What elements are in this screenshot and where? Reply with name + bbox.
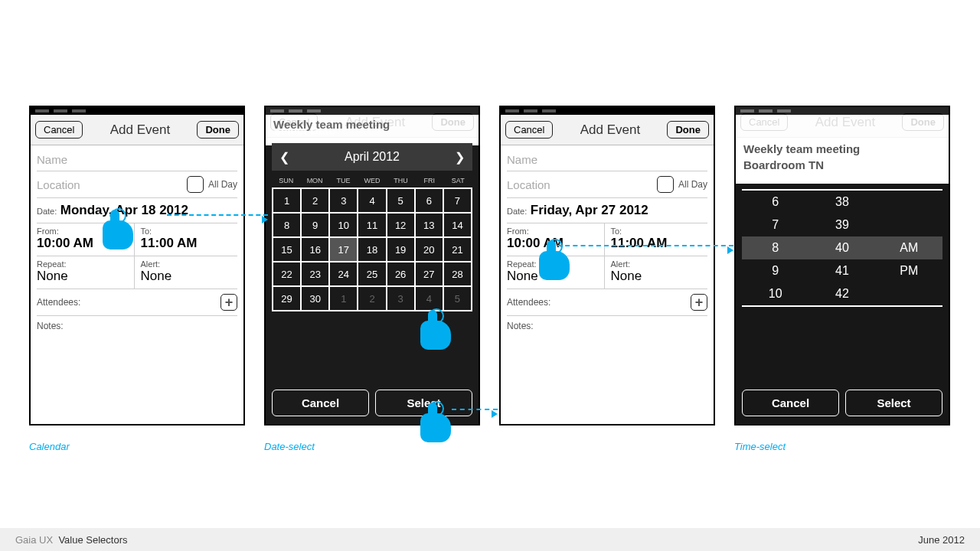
cancel-button[interactable]: Cancel bbox=[35, 121, 83, 139]
picker-row[interactable]: 638 bbox=[742, 191, 942, 214]
picker-row[interactable]: 941PM bbox=[742, 259, 942, 282]
calendar-day[interactable]: 4 bbox=[416, 287, 444, 311]
calendar-day[interactable]: 20 bbox=[416, 238, 444, 262]
caption-date-select: Date-select bbox=[264, 441, 315, 452]
location-input[interactable]: Location bbox=[37, 178, 80, 191]
overlay-cancel-button[interactable]: Cancel bbox=[742, 390, 839, 416]
to-value[interactable]: 11:00 AM bbox=[141, 236, 238, 251]
calendar-day[interactable]: 27 bbox=[416, 262, 444, 287]
calendar-day[interactable]: 10 bbox=[330, 214, 358, 238]
caption-calendar: Calendar bbox=[29, 441, 70, 452]
calendar-day[interactable]: 15 bbox=[273, 238, 302, 262]
prev-month-button[interactable]: ❮ bbox=[279, 150, 289, 165]
calendar-day[interactable]: 21 bbox=[444, 238, 472, 262]
name-input[interactable]: Name bbox=[37, 148, 237, 171]
name-input[interactable]: Name bbox=[507, 148, 707, 171]
calendar-day[interactable]: 19 bbox=[387, 238, 416, 262]
calendar-day[interactable]: 11 bbox=[358, 214, 387, 238]
alert-label: Alert: bbox=[141, 259, 238, 269]
dim-header: Cancel Add Event Done bbox=[736, 107, 949, 138]
calendar-day[interactable]: 23 bbox=[302, 262, 330, 287]
underlay-name: Weekly team meeting bbox=[266, 113, 397, 134]
calendar-day[interactable]: 5 bbox=[444, 287, 472, 311]
calendar-day[interactable]: 12 bbox=[387, 214, 416, 238]
add-attendee-button[interactable]: + bbox=[220, 294, 237, 311]
calendar-day[interactable]: 17 bbox=[330, 238, 358, 262]
calendar-day[interactable]: 4 bbox=[358, 189, 387, 214]
calendar-day[interactable]: 2 bbox=[358, 287, 387, 311]
repeat-value[interactable]: None bbox=[37, 269, 134, 284]
to-label: To: bbox=[141, 227, 238, 236]
allday-label: All Day bbox=[208, 179, 237, 190]
calendar-day[interactable]: 2 bbox=[302, 189, 330, 214]
dow-label: FRI bbox=[415, 174, 443, 187]
calendar-day[interactable]: 28 bbox=[444, 262, 472, 287]
alert-value[interactable]: None bbox=[611, 269, 708, 284]
calendar-day[interactable]: 16 bbox=[302, 238, 330, 262]
dow-label: SAT bbox=[444, 174, 472, 187]
attendees-label: Attendees: bbox=[37, 297, 80, 308]
from-value[interactable]: 10:00 AM bbox=[37, 236, 134, 251]
next-month-button[interactable]: ❯ bbox=[455, 150, 465, 165]
connector-time bbox=[557, 245, 733, 254]
month-label: April 2012 bbox=[345, 150, 400, 164]
picker-row[interactable]: 1042 bbox=[742, 282, 942, 305]
hour-value: 10 bbox=[742, 282, 808, 305]
date-label: Date: bbox=[37, 207, 57, 216]
attendees-label: Attendees: bbox=[507, 297, 550, 308]
footer-section: Value Selectors bbox=[58, 534, 127, 546]
calendar-day[interactable]: 22 bbox=[273, 262, 302, 287]
calendar-day[interactable]: 1 bbox=[330, 287, 358, 311]
phone-calendar-2: Cancel Add Event Done Name Location All … bbox=[499, 106, 715, 425]
picker-row[interactable]: 840AM bbox=[742, 236, 942, 259]
calendar-day[interactable]: 1 bbox=[273, 189, 302, 214]
calendar-day[interactable]: 7 bbox=[444, 189, 472, 214]
month-bar: ❮ April 2012 ❯ bbox=[272, 143, 472, 171]
calendar-day[interactable]: 25 bbox=[358, 262, 387, 287]
allday-label: All Day bbox=[678, 179, 707, 190]
calendar-day[interactable]: 6 bbox=[416, 189, 444, 214]
done-button[interactable]: Done bbox=[197, 121, 239, 139]
time-picker[interactable]: 638739840AM941PM1042 bbox=[742, 189, 942, 307]
calendar-day[interactable]: 9 bbox=[302, 214, 330, 238]
allday-checkbox[interactable] bbox=[657, 176, 674, 193]
overlay-cancel-button[interactable]: Cancel bbox=[272, 390, 369, 416]
dow-label: SUN bbox=[272, 174, 300, 187]
slide-footer: Gaia UX Value Selectors June 2012 bbox=[0, 528, 980, 551]
repeat-value[interactable]: None bbox=[507, 269, 604, 284]
footer-date: June 2012 bbox=[918, 534, 965, 546]
location-input[interactable]: Location bbox=[507, 178, 550, 191]
picker-row[interactable]: 739 bbox=[742, 214, 942, 236]
calendar-day[interactable]: 29 bbox=[273, 287, 302, 311]
allday-checkbox[interactable] bbox=[187, 176, 204, 193]
calendar-day[interactable]: 18 bbox=[358, 238, 387, 262]
underlay-name: Weekly team meeting bbox=[736, 138, 949, 158]
status-bar bbox=[501, 107, 714, 115]
done-button[interactable]: Done bbox=[667, 121, 709, 139]
location-row: Location All Day bbox=[37, 171, 237, 198]
add-attendee-button[interactable]: + bbox=[691, 294, 707, 311]
dow-label: WED bbox=[358, 174, 386, 187]
cancel-button[interactable]: Cancel bbox=[505, 121, 553, 139]
calendar-day[interactable]: 26 bbox=[387, 262, 416, 287]
screen-header: Cancel Add Event Done bbox=[31, 115, 243, 145]
calendar-day[interactable]: 5 bbox=[387, 189, 416, 214]
dow-label: MON bbox=[300, 174, 328, 187]
calendar-day[interactable]: 13 bbox=[416, 214, 444, 238]
calendar-day[interactable]: 3 bbox=[330, 189, 358, 214]
calendar-day[interactable]: 14 bbox=[444, 214, 472, 238]
phone-date-select: Cancel Add Event Done Weekly team meetin… bbox=[264, 106, 480, 425]
calendar-day[interactable]: 24 bbox=[330, 262, 358, 287]
alert-value[interactable]: None bbox=[141, 269, 238, 284]
overlay-select-button[interactable]: Select bbox=[845, 390, 942, 416]
screen-header: Cancel Add Event Done bbox=[501, 115, 714, 145]
date-value[interactable]: Friday, Apr 27 2012 bbox=[531, 203, 648, 217]
from-label: From: bbox=[507, 227, 604, 236]
calendar-day[interactable]: 3 bbox=[387, 287, 416, 311]
hour-value: 8 bbox=[742, 236, 808, 259]
calendar-day[interactable]: 8 bbox=[273, 214, 302, 238]
hour-value: 7 bbox=[742, 214, 808, 236]
phone-time-select: Cancel Add Event Done Weekly team meetin… bbox=[734, 106, 950, 425]
calendar-day[interactable]: 30 bbox=[302, 287, 330, 311]
connector-date bbox=[167, 214, 268, 223]
